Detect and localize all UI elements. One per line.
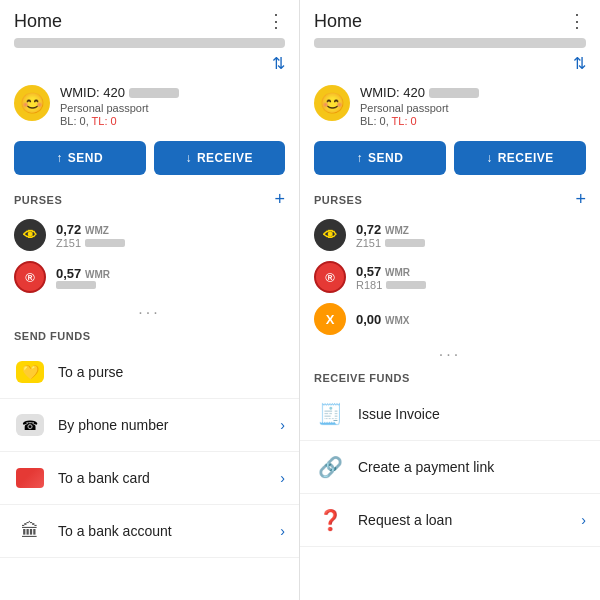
invoice-icon: 🧾	[314, 398, 346, 430]
purse-amount-wmz-right: 0,72 WMZ	[356, 222, 586, 237]
purse-number-blur-wmz	[85, 239, 125, 247]
chevron-account: ›	[280, 523, 285, 539]
menu-label-account: To a bank account	[58, 523, 268, 539]
chevron-card: ›	[280, 470, 285, 486]
more-dots-right[interactable]: ...	[300, 340, 600, 364]
send-arrow-icon: ↑	[56, 151, 63, 165]
phone-icon: ☎	[14, 409, 46, 441]
bank-icon: 🏛	[14, 515, 46, 547]
action-buttons-right: ↑ SEND ↓ RECEIVE	[300, 135, 600, 185]
page-title-left: Home	[14, 11, 62, 32]
action-buttons-left: ↑ SEND ↓ RECEIVE	[0, 135, 299, 185]
more-dots-left[interactable]: ...	[0, 298, 299, 322]
menu-label-phone: By phone number	[58, 417, 268, 433]
wmid-blur-right	[429, 88, 479, 98]
wmr-icon-left: ®	[14, 261, 46, 293]
filter-row-right: ⇅	[300, 54, 600, 79]
payment-link-icon: 🔗	[314, 451, 346, 483]
menu-item-invoice[interactable]: 🧾 Issue Invoice	[300, 388, 600, 441]
top-bar-left: Home ⋮	[0, 0, 299, 38]
receive-button-right[interactable]: ↓ RECEIVE	[454, 141, 586, 175]
bl-tl-right: BL: 0, TL: 0	[360, 115, 586, 127]
wmx-icon-right: X	[314, 303, 346, 335]
user-info-right: WMID: 420 Personal passport BL: 0, TL: 0	[360, 85, 586, 127]
search-bar-left[interactable]	[14, 38, 285, 48]
menu-label-payment-link: Create a payment link	[358, 459, 586, 475]
wmr-icon-right: ®	[314, 261, 346, 293]
receive-arrow-icon-r: ↓	[486, 151, 493, 165]
bl-tl-left: BL: 0, TL: 0	[60, 115, 285, 127]
menu-item-payment-link[interactable]: 🔗 Create a payment link	[300, 441, 600, 494]
phone-icon-shape: ☎	[16, 414, 44, 436]
purses-label-right: PURSES	[314, 194, 362, 206]
wmid-right: WMID: 420	[360, 85, 586, 100]
chevron-loan: ›	[581, 512, 586, 528]
purse-info-wmz-right: 0,72 WMZ Z151	[356, 222, 586, 249]
purse-amount-wmr-right: 0,57 WMR	[356, 264, 586, 279]
purse-number-blur-wmr	[56, 281, 96, 289]
purse-amount-wmx-right: 0,00 WMX	[356, 312, 586, 327]
menu-label-card: To a bank card	[58, 470, 268, 486]
purse-info-wmr-right: 0,57 WMR R181	[356, 264, 586, 291]
user-card-left: 😊 WMID: 420 Personal passport BL: 0, TL:…	[0, 79, 299, 135]
user-card-right: 😊 WMID: 420 Personal passport BL: 0, TL:…	[300, 79, 600, 135]
purse-icon-shape: 💛	[16, 361, 44, 383]
menu-item-account[interactable]: 🏛 To a bank account ›	[0, 505, 299, 558]
menu-item-card[interactable]: To a bank card ›	[0, 452, 299, 505]
purse-number-wmz-right: Z151	[356, 237, 586, 249]
purse-item-wmz-right: 👁 0,72 WMZ Z151	[300, 214, 600, 256]
search-bar-right[interactable]	[314, 38, 586, 48]
add-purse-left[interactable]: +	[274, 189, 285, 210]
receive-arrow-icon: ↓	[185, 151, 192, 165]
loan-icon: ❓	[314, 504, 346, 536]
purse-number-wmr-right: R181	[356, 279, 586, 291]
avatar-left: 😊	[14, 85, 50, 121]
purse-info-wmx-right: 0,00 WMX	[356, 312, 586, 327]
filter-icon-right[interactable]: ⇅	[573, 54, 586, 73]
avatar-right: 😊	[314, 85, 350, 121]
page-title-right: Home	[314, 11, 362, 32]
purse-info-wmr-left: 0,57 WMR	[56, 266, 285, 289]
menu-item-phone[interactable]: ☎ By phone number ›	[0, 399, 299, 452]
purse-info-wmz-left: 0,72 WMZ Z151	[56, 222, 285, 249]
left-panel: Home ⋮ ⇅ 😊 WMID: 420 Personal passport B…	[0, 0, 300, 600]
purse-icon: 💛	[14, 356, 46, 388]
purse-amount-wmr-left: 0,57 WMR	[56, 266, 285, 281]
purse-item-wmr-right: ® 0,57 WMR R181	[300, 256, 600, 298]
card-icon-shape	[16, 468, 44, 488]
more-options-right[interactable]: ⋮	[568, 10, 586, 32]
purse-number-blur-wmr-r	[386, 281, 426, 289]
receive-funds-title: RECEIVE FUNDS	[300, 364, 600, 388]
more-options-left[interactable]: ⋮	[267, 10, 285, 32]
menu-item-purse[interactable]: 💛 To a purse	[0, 346, 299, 399]
menu-label-invoice: Issue Invoice	[358, 406, 586, 422]
user-info-left: WMID: 420 Personal passport BL: 0, TL: 0	[60, 85, 285, 127]
send-arrow-icon-r: ↑	[357, 151, 364, 165]
wmid-blur-left	[129, 88, 179, 98]
right-panel: Home ⋮ ⇅ 😊 WMID: 420 Personal passport B…	[300, 0, 600, 600]
send-button-left[interactable]: ↑ SEND	[14, 141, 146, 175]
purse-item-wmr-left: ® 0,57 WMR	[0, 256, 299, 298]
passport-left: Personal passport	[60, 102, 285, 114]
send-funds-title: SEND FUNDS	[0, 322, 299, 346]
purses-label-left: PURSES	[14, 194, 62, 206]
passport-right: Personal passport	[360, 102, 586, 114]
purses-header-left: PURSES +	[0, 185, 299, 214]
bank-icon-shape: 🏛	[21, 521, 39, 542]
wmid-left: WMID: 420	[60, 85, 285, 100]
wmz-icon-left: 👁	[14, 219, 46, 251]
purses-header-right: PURSES +	[300, 185, 600, 214]
purse-number-wmr-left	[56, 281, 285, 289]
add-purse-right[interactable]: +	[575, 189, 586, 210]
purse-item-wmz-left: 👁 0,72 WMZ Z151	[0, 214, 299, 256]
receive-button-left[interactable]: ↓ RECEIVE	[154, 141, 286, 175]
chevron-phone: ›	[280, 417, 285, 433]
purse-amount-wmz-left: 0,72 WMZ	[56, 222, 285, 237]
send-button-right[interactable]: ↑ SEND	[314, 141, 446, 175]
filter-icon-left[interactable]: ⇅	[272, 54, 285, 73]
menu-item-loan[interactable]: ❓ Request a loan ›	[300, 494, 600, 547]
filter-row-left: ⇅	[0, 54, 299, 79]
card-icon	[14, 462, 46, 494]
menu-label-loan: Request a loan	[358, 512, 569, 528]
purse-number-wmz-left: Z151	[56, 237, 285, 249]
